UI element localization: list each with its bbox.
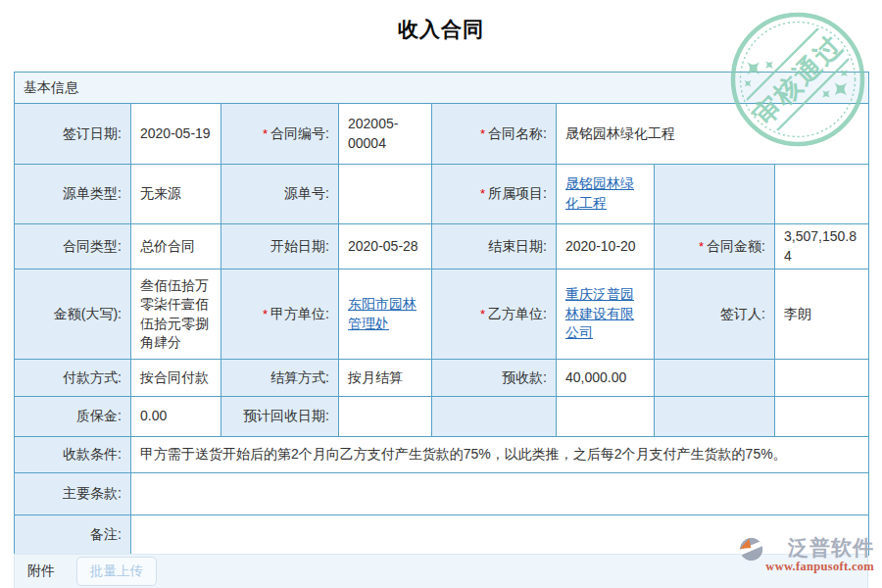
amount-words-label: 金额(大写): <box>15 270 131 360</box>
contract-name-value: 晟铭园林绿化工程 <box>557 104 869 165</box>
advance-payment-value: 40,000.00 <box>557 360 655 397</box>
main-terms-label: 主要条款: <box>15 473 131 515</box>
party-a-link[interactable]: 东阳市园林管理处 <box>348 296 416 331</box>
contract-no-value: 202005-00004 <box>339 104 432 165</box>
empty-value-cell <box>775 397 869 437</box>
end-date-value: 2020-10-20 <box>557 224 655 270</box>
empty-value-cell <box>557 397 655 437</box>
source-no-label: 源单号: <box>221 165 339 224</box>
amount-words-value: 叁佰伍拾万零柒仟壹佰伍拾元零捌角肆分 <box>131 270 221 360</box>
attachment-label: 附件 <box>27 563 55 580</box>
remarks-label: 备注: <box>15 515 131 556</box>
fanpu-brand-name: 泛普软件 <box>788 536 874 560</box>
retention-label: 质保金: <box>15 397 131 437</box>
amount-label: *合同金额: <box>655 224 775 270</box>
required-mark: * <box>480 307 485 321</box>
expected-recovery-date-label: 预计回收日期: <box>221 397 339 437</box>
main-terms-value <box>131 473 869 515</box>
signer-label: 签订人: <box>655 270 775 360</box>
expected-recovery-date-value <box>339 397 432 437</box>
required-mark: * <box>263 126 268 141</box>
income-contract-page: 收入合同 基本信息 签订日期: 2020-05-19 *合同编号: 202005… <box>0 0 882 588</box>
payment-method-label: 付款方式: <box>15 360 131 397</box>
empty-value-cell <box>775 165 869 224</box>
contract-type-label: 合同类型: <box>15 224 131 270</box>
required-mark: * <box>480 186 485 201</box>
party-b-value: 重庆泛普园林建设有限公司 <box>557 270 655 360</box>
collection-terms-value: 甲方需于送货开始后的第2个月向乙方支付产生货款的75%，以此类推，之后每2个月支… <box>131 437 869 473</box>
contract-name-label: *合同名称: <box>432 104 557 165</box>
project-label: *所属项目: <box>432 165 557 224</box>
source-type-label: 源单类型: <box>15 165 131 224</box>
contract-no-label: *合同编号: <box>221 104 339 165</box>
empty-value-cell <box>775 360 869 397</box>
end-date-label: 结束日期: <box>432 224 557 270</box>
start-date-label: 开始日期: <box>221 224 339 270</box>
party-a-label: *甲方单位: <box>221 270 339 360</box>
source-no-value <box>339 165 432 224</box>
settlement-method-label: 结算方式: <box>221 360 339 397</box>
basic-info-table: 基本信息 签订日期: 2020-05-19 *合同编号: 202005-0000… <box>14 72 869 556</box>
empty-label-cell <box>655 165 775 224</box>
party-b-label: *乙方单位: <box>432 270 557 360</box>
empty-label-cell <box>655 397 775 437</box>
batch-upload-button[interactable]: 批量上传 <box>76 557 157 586</box>
sign-date-label: 签订日期: <box>15 104 131 165</box>
party-a-value: 东阳市园林管理处 <box>339 270 432 360</box>
required-mark: * <box>699 239 704 254</box>
party-b-link[interactable]: 重庆泛普园林建设有限公司 <box>565 286 634 340</box>
retention-value: 0.00 <box>131 397 221 437</box>
advance-payment-label: 预收款: <box>432 360 557 397</box>
empty-label-cell <box>655 360 775 397</box>
project-link[interactable]: 晟铭园林绿化工程 <box>565 175 634 211</box>
section-title: 基本信息 <box>24 79 78 95</box>
payment-method-value: 按合同付款 <box>131 360 221 397</box>
fanpu-url: www.fanpusoft.com <box>765 560 874 573</box>
source-type-value: 无来源 <box>131 165 221 224</box>
project-value: 晟铭园林绿化工程 <box>557 165 655 224</box>
signer-value: 李朗 <box>775 270 869 360</box>
required-mark: * <box>480 126 485 141</box>
contract-type-value: 总价合同 <box>131 224 221 270</box>
section-header-basic-info: 基本信息 <box>15 73 869 104</box>
fanpu-watermark: 泛普软件 www.fanpusoft.com <box>739 536 874 573</box>
sign-date-value: 2020-05-19 <box>131 104 221 165</box>
fanpu-logo-icon <box>739 536 763 563</box>
start-date-value: 2020-05-28 <box>339 224 432 270</box>
collection-terms-label: 收款条件: <box>15 437 131 473</box>
amount-value: 3,507,150.84 <box>775 224 869 270</box>
page-title: 收入合同 <box>0 16 882 43</box>
star-icon <box>761 58 776 73</box>
empty-label-cell <box>432 397 557 437</box>
settlement-method-value: 按月结算 <box>339 360 432 397</box>
required-mark: * <box>263 307 268 321</box>
